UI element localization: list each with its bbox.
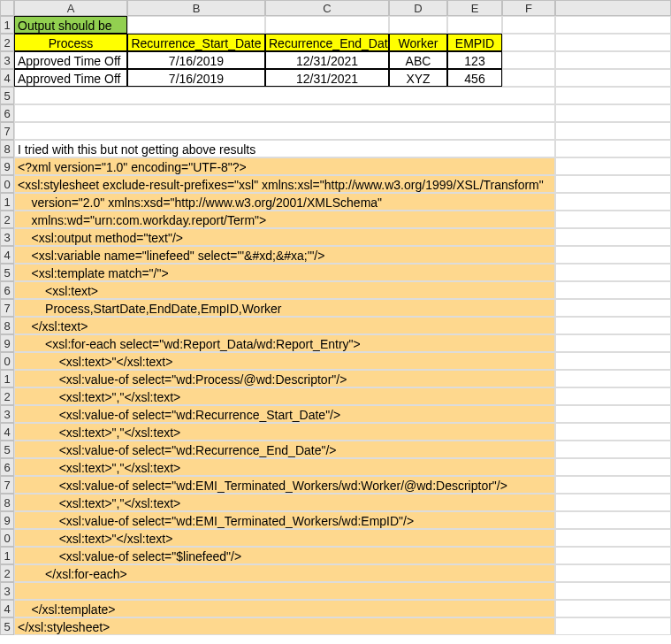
r2-empid[interactable]: 456 (447, 69, 502, 87)
cell-f2[interactable] (502, 34, 555, 51)
col-B[interactable]: B (127, 0, 265, 16)
cell-g8[interactable] (555, 140, 671, 157)
blank-right-26[interactable] (555, 458, 671, 476)
row-8[interactable]: 8 (0, 140, 14, 157)
row-18[interactable]: 8 (0, 317, 14, 334)
blank-right-12[interactable] (555, 211, 671, 228)
code-line-14[interactable]: <xsl:value-of select="wd:Recurrence_Star… (14, 405, 555, 423)
blank-right-19[interactable] (555, 334, 671, 352)
cell-f4[interactable] (502, 69, 555, 87)
row-2[interactable]: 2 (0, 34, 14, 51)
r1-empid[interactable]: 123 (447, 51, 502, 69)
row5-blank[interactable] (14, 87, 555, 104)
blank-right-17[interactable] (555, 299, 671, 317)
code-line-4[interactable]: <xsl:output method="text"/> (14, 228, 555, 246)
cell-g6[interactable] (555, 104, 671, 122)
blank-right-22[interactable] (555, 387, 671, 405)
row-33[interactable]: 3 (0, 582, 14, 600)
code-line-22[interactable]: <xsl:value-of select="$linefeed"/> (14, 547, 555, 564)
code-line-19[interactable]: <xsl:text>","</xsl:text> (14, 494, 555, 511)
code-line-23[interactable]: </xsl:for-each> (14, 564, 555, 582)
row-5[interactable]: 5 (0, 87, 14, 104)
blank-right-31[interactable] (555, 547, 671, 564)
code-line-6[interactable]: <xsl:template match="/"> (14, 264, 555, 281)
row-22[interactable]: 2 (0, 387, 14, 405)
row-7[interactable]: 7 (0, 122, 14, 140)
row-10[interactable]: 0 (0, 175, 14, 193)
code-line-5[interactable]: <xsl:variable name="linefeed" select="'&… (14, 246, 555, 264)
row7-blank[interactable] (14, 122, 555, 140)
code-line-3[interactable]: xmlns:wd="urn:com.workday.report/Term"> (14, 211, 555, 228)
cell-g1[interactable] (555, 16, 671, 34)
blank-right-14[interactable] (555, 246, 671, 264)
blank-right-32[interactable] (555, 564, 671, 582)
th-end[interactable]: Recurrence_End_Date (265, 34, 389, 51)
code-line-7[interactable]: <xsl:text> (14, 281, 555, 299)
row-11[interactable]: 1 (0, 193, 14, 211)
code-line-11[interactable]: <xsl:text>"</xsl:text> (14, 352, 555, 370)
code-line-18[interactable]: <xsl:value-of select="wd:EMI_Terminated_… (14, 476, 555, 494)
row-1[interactable]: 1 (0, 16, 14, 34)
r2-start[interactable]: 7/16/2019 (127, 69, 265, 87)
blank-right-30[interactable] (555, 529, 671, 547)
cell-e1[interactable] (447, 16, 502, 34)
code-line-20[interactable]: <xsl:value-of select="wd:EMI_Terminated_… (14, 511, 555, 529)
blank-right-27[interactable] (555, 476, 671, 494)
blank-right-28[interactable] (555, 494, 671, 511)
row-19[interactable]: 9 (0, 334, 14, 352)
col-E[interactable]: E (447, 0, 502, 16)
th-start[interactable]: Recurrence_Start_Date (127, 34, 265, 51)
code-line-0[interactable]: <?xml version="1.0" encoding="UTF-8"?> (14, 157, 555, 175)
blank-right-18[interactable] (555, 317, 671, 334)
blank-right-35[interactable] (555, 617, 671, 635)
row-29[interactable]: 9 (0, 511, 14, 529)
blank-right-34[interactable] (555, 600, 671, 617)
code-line-2[interactable]: version="2.0" xmlns:xsd="http://www.w3.o… (14, 193, 555, 211)
col-C[interactable]: C (265, 0, 389, 16)
row-13[interactable]: 3 (0, 228, 14, 246)
cell-g5[interactable] (555, 87, 671, 104)
r1-process[interactable]: Approved Time Off (14, 51, 127, 69)
row-12[interactable]: 2 (0, 211, 14, 228)
row-20[interactable]: 0 (0, 352, 14, 370)
r2-worker[interactable]: XYZ (389, 69, 447, 87)
row-14[interactable]: 4 (0, 246, 14, 264)
code-line-25[interactable]: </xsl:template> (14, 600, 555, 617)
cell-g3[interactable] (555, 51, 671, 69)
code-line-9[interactable]: </xsl:text> (14, 317, 555, 334)
code-line-12[interactable]: <xsl:value-of select="wd:Process/@wd:Des… (14, 370, 555, 387)
cell-g7[interactable] (555, 122, 671, 140)
blank-right-15[interactable] (555, 264, 671, 281)
blank-right-10[interactable] (555, 175, 671, 193)
row-24[interactable]: 4 (0, 423, 14, 441)
cell-d1[interactable] (389, 16, 447, 34)
row-23[interactable]: 3 (0, 405, 14, 423)
blank-right-21[interactable] (555, 370, 671, 387)
code-line-17[interactable]: <xsl:text>","</xsl:text> (14, 458, 555, 476)
blank-right-23[interactable] (555, 405, 671, 423)
blank-right-25[interactable] (555, 441, 671, 458)
cell-g2[interactable] (555, 34, 671, 51)
col-F[interactable]: F (502, 0, 555, 16)
row-21[interactable]: 1 (0, 370, 14, 387)
col-A[interactable]: A (14, 0, 127, 16)
blank-right-13[interactable] (555, 228, 671, 246)
output-should-be[interactable]: Output should be (14, 16, 127, 34)
row-25[interactable]: 5 (0, 441, 14, 458)
code-line-26[interactable]: </xsl:stylesheet> (14, 617, 555, 635)
r2-process[interactable]: Approved Time Off (14, 69, 127, 87)
r1-start[interactable]: 7/16/2019 (127, 51, 265, 69)
code-line-15[interactable]: <xsl:text>","</xsl:text> (14, 423, 555, 441)
row-16[interactable]: 6 (0, 281, 14, 299)
row6-blank[interactable] (14, 104, 555, 122)
blank-right-16[interactable] (555, 281, 671, 299)
cell-f3[interactable] (502, 51, 555, 69)
code-line-1[interactable]: <xsl:stylesheet exclude-result-prefixes=… (14, 175, 555, 193)
code-line-24[interactable] (14, 582, 555, 600)
row-34[interactable]: 4 (0, 600, 14, 617)
th-process[interactable]: Process (14, 34, 127, 51)
blank-right-9[interactable] (555, 157, 671, 175)
code-line-10[interactable]: <xsl:for-each select="wd:Report_Data/wd:… (14, 334, 555, 352)
row-26[interactable]: 6 (0, 458, 14, 476)
cell-c1[interactable] (265, 16, 389, 34)
